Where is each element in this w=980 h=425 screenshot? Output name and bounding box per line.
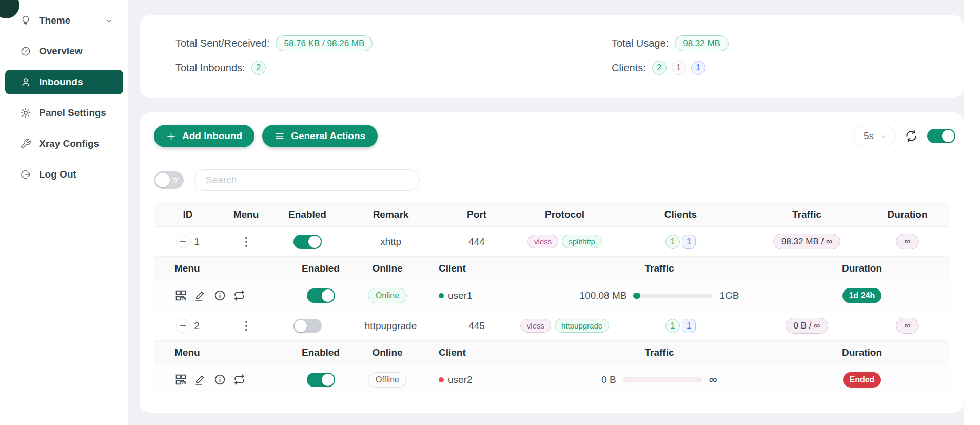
sub-header-traffic: Traffic [544, 263, 775, 274]
refresh-button[interactable] [903, 127, 920, 145]
sub-header-client: Client [416, 263, 544, 274]
traffic-used: 0 B [601, 374, 616, 385]
collapse-row-button[interactable] [176, 235, 190, 248]
inbound-remark: xhttp [344, 236, 437, 247]
sidebar-item-overview[interactable]: Overview [5, 39, 123, 64]
col-header-clients: Clients [613, 209, 748, 220]
add-inbound-button[interactable]: Add Inbound [154, 125, 254, 147]
sidebar-item-log-out[interactable]: Log Out [5, 162, 123, 187]
inbound-row: 1 xhttp 444 vless splithttp 1 1 98.32 MB… [154, 227, 949, 257]
info-icon[interactable] [213, 289, 226, 302]
sub-header-duration: Duration [775, 263, 949, 274]
general-actions-button[interactable]: General Actions [262, 125, 378, 147]
auto-refresh-toggle[interactable] [927, 129, 955, 143]
sub-header-enabled: Enabled [282, 347, 359, 358]
sidebar: Theme Overview Inbounds Panel Settings [0, 0, 128, 425]
wrench-icon [19, 138, 31, 150]
scrollbar[interactable] [964, 0, 980, 425]
edit-icon[interactable] [194, 373, 207, 386]
collapse-row-button[interactable] [176, 319, 190, 333]
stat-value-pill: 98.32 MB [675, 35, 729, 51]
client-row: Online user1 100.08 MB 1GB 1d 24h [154, 280, 949, 311]
client-row: Offline user2 0 B ∞ Ended [154, 364, 949, 395]
sidebar-item-panel-settings[interactable]: Panel Settings [5, 101, 123, 125]
refresh-interval-select[interactable]: 5s [853, 126, 895, 146]
client-header-row: Menu Enabled Online Client Traffic Durat… [154, 257, 949, 280]
col-header-protocol: Protocol [516, 209, 613, 220]
col-header-menu: Menu [222, 209, 270, 220]
client-count-badge: 1 [682, 319, 696, 333]
refresh-interval-value: 5s [864, 130, 874, 142]
add-inbound-label: Add Inbound [182, 130, 242, 142]
traffic-pill: 0 B / ∞ [786, 318, 829, 334]
sidebar-item-xray-configs[interactable]: Xray Configs [5, 131, 123, 156]
count-badge: 2 [652, 61, 667, 75]
client-enabled-toggle[interactable] [307, 288, 335, 303]
info-icon[interactable] [213, 373, 226, 386]
col-header-traffic: Traffic [748, 209, 866, 220]
sub-header-online: Online [359, 263, 416, 274]
inbound-enabled-toggle[interactable] [293, 235, 322, 249]
qrcode-icon[interactable] [174, 289, 187, 302]
transport-tag: splithttp [562, 235, 602, 248]
traffic-total: ∞ [709, 373, 717, 387]
toolbar: Add Inbound General Actions 5s [140, 112, 964, 158]
client-name: user2 [448, 374, 473, 385]
count-badge: 2 [251, 61, 266, 75]
sidebar-item-label: Inbounds [39, 76, 83, 88]
count-badge: 1 [672, 61, 686, 75]
client-status-dot [439, 377, 444, 382]
stats-card: Total Sent/Received: 58.76 KB / 98.26 MB… [140, 15, 964, 98]
traffic-total: 1GB [719, 290, 739, 301]
inbounds-table: ID Menu Enabled Remark Port Protocol Cli… [154, 202, 949, 395]
sidebar-item-inbounds[interactable]: Inbounds [5, 70, 123, 94]
traffic-used: 100.08 MB [580, 290, 627, 301]
inbound-id: 2 [194, 320, 200, 332]
sidebar-item-label: Xray Configs [39, 138, 99, 149]
sidebar-item-label: Theme [39, 15, 70, 26]
stat-total-usage: Total Usage: 98.32 MB [612, 31, 964, 55]
stat-value-pill: 58.76 KB / 98.26 MB [276, 35, 373, 51]
inbound-row: 2 httpupgrade 445 vless httpupgrade 1 1 … [154, 311, 949, 341]
stat-clients: Clients: 2 1 1 [612, 55, 964, 80]
inbound-id: 1 [194, 236, 200, 247]
search-input[interactable] [194, 169, 420, 191]
sub-header-online: Online [359, 347, 416, 358]
inbound-enabled-toggle[interactable] [293, 319, 322, 333]
row-menu-button[interactable] [241, 319, 251, 333]
protocol-tag: vless [527, 235, 558, 248]
filter-toggle-knob [155, 173, 170, 187]
sidebar-item-theme[interactable]: Theme [5, 8, 123, 33]
chevron-down-icon [880, 133, 887, 140]
inbounds-card: Add Inbound General Actions 5s [140, 112, 964, 413]
duration-pill: ∞ [896, 318, 918, 334]
filter-toggle[interactable] [154, 171, 184, 189]
bulb-icon [19, 15, 31, 27]
client-enabled-toggle[interactable] [307, 373, 335, 387]
online-status-badge: Offline [368, 372, 407, 388]
reset-traffic-icon[interactable] [233, 373, 246, 386]
sub-header-menu: Menu [154, 263, 282, 274]
inbound-port: 444 [437, 236, 516, 247]
sub-header-duration: Duration [775, 347, 949, 358]
client-name: user1 [448, 290, 473, 301]
client-header-row: Menu Enabled Online Client Traffic Durat… [154, 341, 949, 364]
inbound-port: 445 [437, 320, 516, 332]
sub-header-menu: Menu [154, 347, 282, 358]
protocol-tag: vless [520, 319, 551, 333]
traffic-progress-bar [633, 294, 713, 298]
col-header-port: Port [437, 209, 516, 220]
reset-traffic-icon[interactable] [233, 289, 246, 302]
sidebar-item-label: Log Out [39, 169, 76, 180]
qrcode-icon[interactable] [174, 373, 187, 386]
online-status-badge: Online [368, 288, 407, 303]
sub-header-enabled: Enabled [282, 263, 359, 274]
row-menu-button[interactable] [241, 235, 251, 249]
hamburger-icon [275, 131, 285, 141]
client-duration-badge: 1d 24h [842, 288, 882, 303]
stat-total-inbounds: Total Inbounds: 2 [175, 55, 612, 80]
edit-icon[interactable] [194, 289, 207, 302]
stat-label: Clients: [612, 62, 646, 74]
sidebar-nav: Theme Overview Inbounds Panel Settings [0, 0, 128, 187]
user-icon [19, 76, 31, 88]
